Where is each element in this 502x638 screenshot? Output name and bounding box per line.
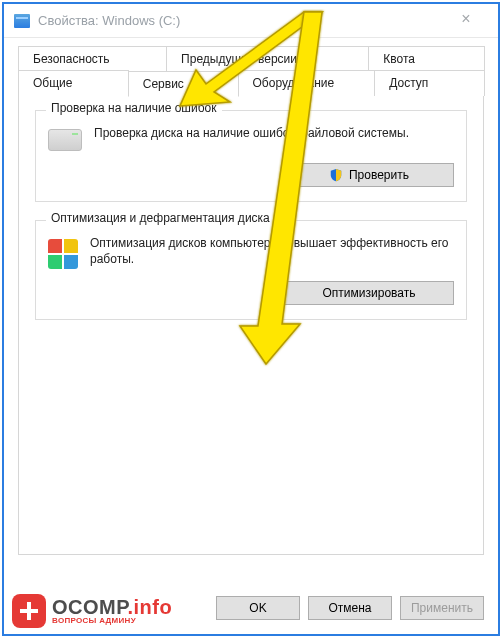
tabs: Безопасность Предыдущие версии Квота Общ… [18, 46, 484, 555]
watermark-brand: OCOMP [52, 596, 127, 618]
group-error-check: Проверка на наличие ошибок Проверка диск… [35, 110, 467, 202]
defrag-icon [48, 239, 78, 269]
plus-icon [20, 602, 38, 620]
window-title: Свойства: Windows (C:) [38, 13, 180, 28]
group-optimize: Оптимизация и дефрагментация диска Оптим… [35, 220, 467, 320]
tab-security[interactable]: Безопасность [18, 46, 167, 71]
cancel-button[interactable]: Отмена [308, 596, 392, 620]
optimize-button-label: Оптимизировать [323, 286, 416, 300]
tab-general[interactable]: Общие [18, 70, 129, 96]
check-button-label: Проверить [349, 168, 409, 182]
group-error-check-text: Проверка диска на наличие ошибок файлово… [94, 125, 454, 141]
tab-previous-versions[interactable]: Предыдущие версии [166, 46, 369, 71]
tab-row-2: Общие Сервис Оборудование Доступ [18, 70, 484, 96]
watermark-sub: ВОПРОСЫ АДМИНУ [52, 617, 172, 625]
content-area: Безопасность Предыдущие версии Квота Общ… [4, 38, 498, 555]
check-button[interactable]: Проверить [284, 163, 454, 187]
tab-row-1: Безопасность Предыдущие версии Квота [18, 46, 484, 71]
watermark-suffix: .info [127, 596, 172, 618]
tab-tools[interactable]: Сервис [128, 71, 239, 97]
close-button[interactable]: × [446, 10, 486, 34]
tab-hardware[interactable]: Оборудование [238, 70, 376, 96]
drive-icon [14, 14, 30, 28]
tab-quota[interactable]: Квота [368, 46, 485, 71]
titlebar: Свойства: Windows (C:) × [4, 4, 498, 38]
group-optimize-title: Оптимизация и дефрагментация диска [46, 211, 275, 225]
watermark: OCOMP.info ВОПРОСЫ АДМИНУ [12, 594, 172, 628]
watermark-text: OCOMP.info ВОПРОСЫ АДМИНУ [52, 597, 172, 625]
apply-button-label: Применить [411, 601, 473, 615]
cancel-button-label: Отмена [328, 601, 371, 615]
apply-button[interactable]: Применить [400, 596, 484, 620]
dialog-window: Свойства: Windows (C:) × Безопасность Пр… [2, 2, 500, 636]
group-optimize-text: Оптимизация дисков компьютера повышает э… [90, 235, 454, 267]
ok-button[interactable]: OK [216, 596, 300, 620]
tab-sharing[interactable]: Доступ [374, 70, 485, 96]
ok-button-label: OK [249, 601, 266, 615]
group-error-check-title: Проверка на наличие ошибок [46, 101, 222, 115]
hdd-icon [48, 129, 82, 151]
shield-icon [329, 168, 343, 182]
tab-panel-tools: Проверка на наличие ошибок Проверка диск… [18, 95, 484, 555]
watermark-badge [12, 594, 46, 628]
optimize-button[interactable]: Оптимизировать [284, 281, 454, 305]
